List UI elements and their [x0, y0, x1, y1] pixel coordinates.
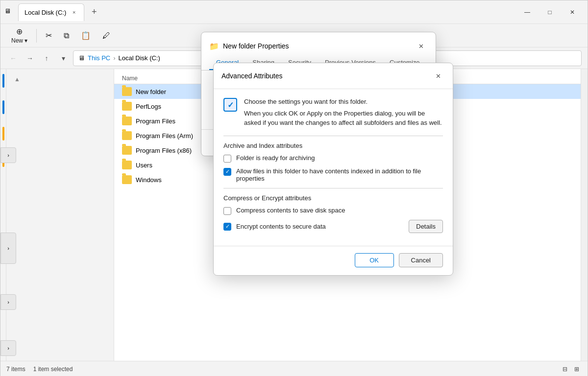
nav-collapse-icon: ▲: [14, 76, 20, 83]
folder-icon-program-files-arm: [122, 131, 132, 140]
properties-close-button[interactable]: ✕: [414, 39, 428, 53]
rename-button[interactable]: 🖊: [98, 26, 115, 46]
back-button[interactable]: ←: [6, 51, 20, 65]
status-bar: 7 items 1 item selected ⊟ ⊞: [0, 361, 588, 376]
forward-button[interactable]: →: [23, 51, 37, 65]
properties-title-text: New folder Properties: [223, 42, 410, 50]
scrollbar-area: [581, 69, 588, 361]
path-part-2: Local Disk (C:): [119, 54, 160, 62]
section-divider-2: [223, 188, 443, 188]
encrypt-checkbox[interactable]: ✓: [223, 223, 231, 231]
rename-icon: 🖊: [102, 31, 110, 40]
index-checkbox-label: Allow files in this folder to have conte…: [236, 167, 443, 182]
encrypt-checkbox-label: Encrypt contents to secure data: [236, 223, 404, 230]
archive-checkbox-row: Folder is ready for archiving: [223, 154, 443, 163]
advanced-header-text: Choose the settings you want for this fo…: [244, 97, 443, 128]
list-view-button[interactable]: ⊟: [560, 364, 570, 374]
advanced-header-subtext: When you click OK or Apply on the Proper…: [244, 109, 443, 128]
index-checkbox-row: ✓ Allow files in this folder to have con…: [223, 167, 443, 182]
explorer-tab[interactable]: Local Disk (C:) ×: [18, 3, 84, 21]
advanced-header-title: Choose the settings you want for this fo…: [244, 97, 443, 107]
path-sep-1: ›: [113, 54, 115, 62]
compress-section-label: Compress or Encrypt attributes: [223, 194, 443, 202]
expand-button-4[interactable]: ›: [0, 340, 16, 356]
folder-icon-windows: [122, 175, 132, 184]
index-checkbox[interactable]: ✓: [223, 168, 231, 176]
file-name-new-folder: New folder: [136, 88, 166, 95]
window-controls: — □ ✕: [516, 0, 584, 24]
advanced-title-bar: Advanced Attributes ✕: [214, 63, 453, 89]
paste-button[interactable]: 📋: [76, 26, 96, 46]
strip-3: [2, 127, 4, 141]
new-button[interactable]: ⊕ New ▾: [6, 26, 32, 46]
close-button[interactable]: ✕: [561, 0, 584, 24]
strip-2: [2, 100, 4, 114]
copy-button[interactable]: ⧉: [59, 26, 74, 46]
compress-checkbox-row: Compress contents to save disk space: [223, 207, 443, 215]
folder-icon-program-files-x86: [122, 146, 132, 155]
paste-icon: 📋: [81, 31, 91, 40]
advanced-cancel-button[interactable]: Cancel: [399, 253, 443, 267]
tab-title: Local Disk (C:): [24, 9, 66, 16]
advanced-ok-button[interactable]: OK: [355, 253, 394, 267]
title-bar: 🖥 Local Disk (C:) × + — □ ✕: [0, 0, 588, 24]
expand-button-3[interactable]: ›: [0, 294, 16, 310]
details-button[interactable]: Details: [409, 220, 443, 233]
file-name-users: Users: [136, 162, 152, 169]
new-tab-button[interactable]: +: [86, 4, 102, 20]
nav-collapse[interactable]: ▲: [6, 73, 114, 86]
sidebar-collapse-buttons: › › › ›: [0, 147, 16, 356]
folder-icon-program-files: [122, 117, 132, 125]
file-name-program-files: Program Files: [136, 118, 175, 125]
new-icon: ⊕: [16, 27, 23, 36]
folder-icon-users: [122, 161, 132, 169]
expand-button-1[interactable]: ›: [0, 147, 16, 163]
cut-button[interactable]: ✂: [41, 26, 57, 46]
grid-view-button[interactable]: ⊞: [572, 364, 582, 374]
archive-checkbox[interactable]: [223, 155, 231, 163]
selected-count: 1 item selected: [33, 366, 73, 373]
properties-title-icon: 📁: [209, 42, 219, 51]
file-name-program-files-x86: Program Files (x86): [136, 147, 192, 154]
advanced-title-text: Advanced Attributes: [221, 72, 431, 80]
recent-button[interactable]: ▾: [56, 51, 70, 65]
expand-button-2[interactable]: ›: [0, 233, 16, 264]
advanced-footer: OK Cancel: [214, 246, 453, 275]
advanced-close-button[interactable]: ✕: [431, 69, 445, 83]
file-name-program-files-arm: Program Files (Arm): [136, 132, 193, 140]
left-nav-panel: ▲: [6, 69, 114, 361]
tab-close-button[interactable]: ×: [70, 8, 78, 16]
archive-section-label: Archive and Index attributes: [223, 142, 443, 149]
header-checkbox[interactable]: ✓: [223, 98, 237, 112]
view-toggle: ⊟ ⊞: [560, 364, 582, 374]
copy-icon: ⧉: [64, 31, 69, 40]
folder-icon-new-folder: [122, 87, 132, 96]
advanced-attributes-dialog: Advanced Attributes ✕ ✓ Choose the setti…: [213, 63, 453, 276]
archive-checkbox-label: Folder is ready for archiving: [236, 154, 315, 162]
maximize-button[interactable]: □: [539, 0, 561, 24]
file-name-perflogs: PerfLogs: [136, 103, 161, 110]
folder-icon-perflogs: [122, 102, 132, 111]
explorer-icon: 🖥: [4, 7, 14, 17]
file-name-windows: Windows: [136, 176, 162, 184]
item-count: 7 items: [6, 366, 25, 373]
new-label: New ▾: [11, 37, 27, 44]
path-icon: 🖥: [78, 54, 85, 62]
advanced-body: ✓ Choose the settings you want for this …: [214, 89, 453, 246]
properties-title-bar: 📁 New folder Properties ✕: [201, 32, 436, 54]
compress-checkbox[interactable]: [223, 207, 231, 215]
up-button[interactable]: ↑: [40, 51, 53, 65]
path-part-1: This PC: [88, 54, 110, 62]
compress-checkbox-label: Compress contents to save disk space: [236, 207, 345, 214]
cut-icon: ✂: [46, 31, 52, 40]
encrypt-checkbox-row: ✓ Encrypt contents to secure data Detail…: [223, 220, 443, 233]
section-divider-1: [223, 136, 443, 136]
advanced-header-row: ✓ Choose the settings you want for this …: [223, 97, 443, 128]
minimize-button[interactable]: —: [516, 0, 539, 24]
strip-1: [2, 74, 4, 88]
toolbar-separator-1: [36, 29, 37, 43]
